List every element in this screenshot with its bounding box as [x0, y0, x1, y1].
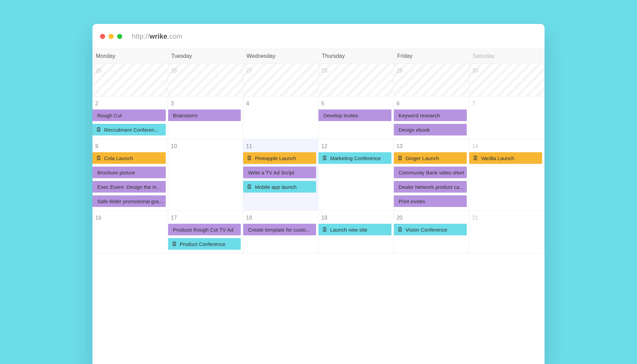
- day-cell[interactable]: 12Marketing Conference: [318, 139, 394, 211]
- day-cell[interactable]: 14Vanilla Launch: [469, 139, 545, 211]
- weekday-label: Tuesday: [168, 49, 243, 63]
- weekday-label: Thursday: [318, 49, 394, 63]
- event-list: Pineapple LaunchWrite a TV Ad ScriptMobi…: [245, 152, 316, 193]
- day-cell[interactable]: 26: [168, 64, 243, 96]
- day-cell[interactable]: 7: [469, 96, 545, 139]
- calendar-event[interactable]: Mobile app launch: [243, 181, 316, 193]
- window-maximize-button[interactable]: [117, 34, 122, 39]
- traffic-lights: [100, 34, 122, 39]
- url-domain: wrike: [149, 32, 167, 40]
- calendar-event[interactable]: Vision Conference: [394, 224, 467, 235]
- day-cell[interactable]: 28: [318, 64, 394, 96]
- day-cell[interactable]: 20Vision Conference: [394, 211, 470, 254]
- event-label: Recruitment Conferen...: [104, 127, 159, 133]
- event-list: Create template for custo...: [245, 224, 316, 235]
- day-cell[interactable]: 16: [92, 211, 168, 254]
- day-number: 11: [245, 142, 316, 152]
- calendar-event[interactable]: Keyword research: [394, 109, 467, 121]
- day-number: 21: [471, 213, 542, 224]
- event-label: Launch new site: [330, 227, 367, 233]
- calendar-event[interactable]: Brainstorm: [168, 109, 241, 121]
- day-cell[interactable]: 17Produce Rough Cut TV AdProduct Confere…: [168, 211, 243, 254]
- calendar-event[interactable]: Ginger Launch: [394, 152, 467, 164]
- calendar-event[interactable]: Design ebook: [394, 124, 467, 135]
- address-bar[interactable]: http://wrike.com: [132, 32, 183, 40]
- calendar-event[interactable]: Produce Rough Cut TV Ad: [168, 224, 241, 235]
- clipboard-icon: [247, 155, 252, 161]
- window-minimize-button[interactable]: [109, 34, 114, 39]
- day-number: 10: [170, 142, 241, 152]
- calendar-event[interactable]: Print invites: [394, 195, 467, 207]
- calendar-event[interactable]: Safe Rider promotional gra...: [92, 195, 166, 207]
- day-cell[interactable]: 11Pineapple LaunchWrite a TV Ad ScriptMo…: [243, 139, 318, 211]
- day-number: 12: [321, 142, 391, 152]
- event-list: Keyword researchDesign ebook: [396, 109, 467, 135]
- event-label: Create template for custo...: [248, 227, 310, 233]
- event-list: Brainstorm: [170, 109, 241, 121]
- calendar-event[interactable]: Launch new site: [318, 224, 391, 235]
- calendar-event[interactable]: Brochure picture: [92, 167, 166, 178]
- day-cell[interactable]: 6Keyword researchDesign ebook: [394, 96, 470, 139]
- url-suffix: .com: [167, 32, 183, 40]
- day-cell[interactable]: 2Rough CutRecruitment Conferen...: [92, 96, 168, 139]
- window-close-button[interactable]: [100, 34, 105, 39]
- calendar-event[interactable]: Create template for custo...: [243, 224, 316, 235]
- day-cell[interactable]: 9Cola LaunchBrochure pictureExec Event- …: [92, 139, 168, 211]
- event-list: Vision Conference: [396, 224, 467, 235]
- day-number: 20: [396, 213, 467, 224]
- event-label: Brainstorm: [173, 113, 198, 118]
- calendar-event[interactable]: Community Bank video short: [394, 167, 467, 178]
- day-number: 14: [471, 142, 542, 152]
- day-number: 7: [471, 99, 542, 109]
- clipboard-icon: [397, 155, 403, 161]
- calendar-event[interactable]: Recruitment Conferen...: [92, 124, 166, 135]
- day-cell[interactable]: 13Ginger LaunchCommunity Bank video shor…: [394, 139, 470, 211]
- day-number: 30: [471, 66, 542, 77]
- clipboard-icon: [322, 227, 327, 232]
- event-label: Safe Rider promotional gra...: [97, 198, 163, 204]
- event-list: Vanilla Launch: [471, 152, 542, 164]
- day-cell[interactable]: 30: [469, 64, 545, 96]
- day-cell[interactable]: 5Develop invites: [318, 96, 394, 139]
- calendar-event[interactable]: Develop invites: [318, 109, 391, 121]
- weekday-label: Friday: [394, 49, 469, 63]
- calendar-event[interactable]: Vanilla Launch: [469, 152, 542, 164]
- calendar-event[interactable]: Product Conference: [168, 238, 241, 250]
- event-label: Community Bank video short: [399, 170, 464, 176]
- day-number: 28: [321, 66, 391, 77]
- day-number: 3: [170, 99, 241, 109]
- event-list: Launch new site: [321, 224, 391, 235]
- day-number: 29: [396, 66, 467, 77]
- calendar-event[interactable]: Dealer Network product ca...: [394, 181, 467, 193]
- day-cell[interactable]: 25: [92, 64, 168, 96]
- day-cell[interactable]: 27: [243, 64, 318, 96]
- calendar-grid: 2526272829302Rough CutRecruitment Confer…: [92, 64, 545, 254]
- day-number: 25: [95, 66, 166, 77]
- calendar-event[interactable]: Pineapple Launch: [243, 152, 316, 164]
- day-cell[interactable]: 21: [469, 211, 545, 254]
- calendar-event[interactable]: Write a TV Ad Script: [243, 167, 316, 178]
- day-cell[interactable]: 10: [168, 139, 243, 211]
- day-cell[interactable]: 19Launch new site: [318, 211, 394, 254]
- day-cell[interactable]: 4: [243, 96, 318, 139]
- calendar-event[interactable]: Marketing Conference: [318, 152, 391, 164]
- day-cell[interactable]: 29: [394, 64, 470, 96]
- day-number: 18: [245, 213, 316, 224]
- event-label: Ginger Launch: [405, 155, 439, 161]
- event-label: Produce Rough Cut TV Ad: [173, 227, 234, 233]
- clipboard-icon: [172, 241, 177, 247]
- day-number: 2: [95, 99, 166, 109]
- calendar-event[interactable]: Rough Cut: [92, 109, 166, 121]
- event-label: Pineapple Launch: [255, 155, 296, 161]
- clipboard-icon: [247, 184, 252, 190]
- calendar-event[interactable]: Cola Launch: [92, 152, 166, 164]
- day-number: 27: [245, 66, 316, 77]
- day-number: 26: [170, 66, 241, 77]
- day-cell[interactable]: 3Brainstorm: [168, 96, 243, 139]
- clipboard-icon: [397, 227, 403, 232]
- day-cell[interactable]: 18Create template for custo...: [243, 211, 318, 254]
- weekday-label: Saturday: [469, 49, 545, 63]
- calendar-event[interactable]: Exec Event- Design the In...: [92, 181, 166, 193]
- browser-titlebar: http://wrike.com: [92, 24, 545, 49]
- browser-window: http://wrike.com MondayTuesdayWednesdayT…: [92, 24, 545, 364]
